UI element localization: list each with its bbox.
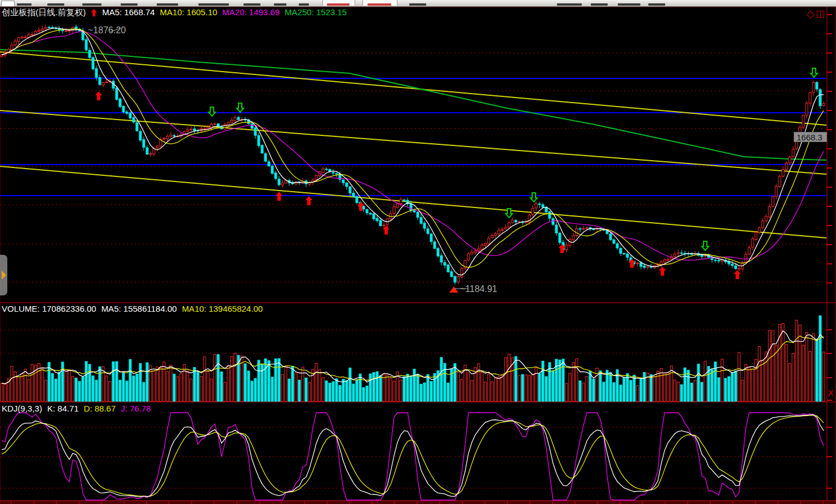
low-price-label: ~1184.91 — [460, 284, 497, 294]
menu-text-fragment[interactable] — [591, 3, 608, 6]
menu-text-fragment[interactable] — [648, 3, 665, 6]
kdj-d-readout: D: 88.67 — [84, 404, 116, 413]
menu-text-fragment[interactable] — [17, 3, 32, 6]
ma250-readout: MA250: 1523.15 — [285, 7, 347, 17]
volume-panel-close-button[interactable]: X — [828, 389, 833, 397]
ma20-readout: MA20: 1493.69 — [222, 7, 280, 17]
menu-button-label-fragment[interactable] — [327, 3, 350, 6]
volume-header: VOLUME: 170862336.00MA5: 155861184.00MA1… — [2, 304, 268, 313]
ma5-readout: MA5: 1668.74 — [102, 7, 154, 17]
menu-text-fragment[interactable] — [557, 3, 582, 6]
high-price-label: ~1876.20 — [88, 25, 126, 36]
menu-text-fragment[interactable] — [274, 3, 286, 6]
kdj-params: KDJ(9,3,3) — [2, 404, 42, 413]
menu-text-fragment[interactable] — [121, 3, 138, 6]
kdj-k-readout: K: 84.71 — [47, 404, 79, 413]
menu-text-fragment[interactable] — [244, 3, 260, 6]
menu-text-fragment[interactable] — [198, 3, 229, 6]
chart-canvas[interactable] — [0, 0, 836, 504]
up-arrow-icon — [91, 9, 97, 16]
axis-price-tag: 1668.3 — [794, 132, 827, 142]
menu-text-fragment[interactable] — [157, 3, 178, 6]
menu-text-fragment[interactable] — [47, 3, 64, 6]
main-chart-header: 创业板指(日线.前复权)MA5: 1668.74MA10: 1605.10MA2… — [2, 7, 352, 18]
sidebar-expand-handle[interactable] — [0, 255, 7, 295]
menu-bar[interactable] — [0, 0, 836, 7]
window-layout-icon[interactable] — [817, 11, 824, 18]
menu-logo-box[interactable] — [1, 1, 15, 7]
menu-text-fragment[interactable] — [82, 3, 101, 6]
menu-button-label-fragment[interactable] — [368, 3, 391, 6]
chart-title: 创业板指(日线.前复权) — [2, 7, 86, 17]
menu-text-fragment[interactable] — [618, 3, 640, 6]
menu-text-fragment[interactable] — [299, 3, 309, 6]
volume-readout: VOLUME: 170862336.00 — [2, 304, 96, 313]
volume-ma5-readout: MA5: 155861184.00 — [101, 304, 177, 313]
kdj-header: KDJ(9,3,3)K: 84.71D: 88.67J: 76.78 — [2, 404, 156, 413]
kdj-j-readout: J: 76.78 — [121, 404, 151, 413]
menu-text-fragment[interactable] — [409, 3, 426, 6]
ma10-readout: MA10: 1605.10 — [160, 7, 218, 17]
volume-ma10-readout: MA10: 139465824.00 — [182, 304, 263, 313]
expand-arrow-icon — [2, 271, 6, 280]
